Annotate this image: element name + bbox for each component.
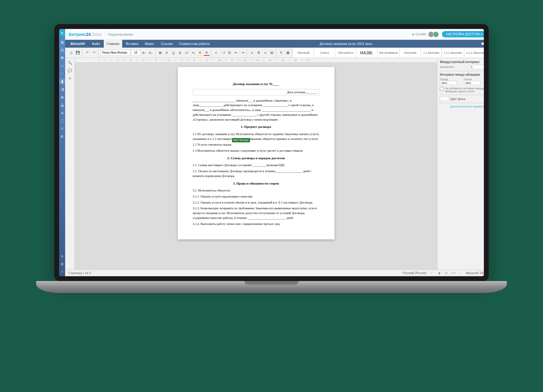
chevron-down-icon: ▾ bbox=[481, 33, 482, 36]
subscript-icon[interactable]: x₂ bbox=[190, 50, 196, 56]
outdent-icon[interactable]: ⇤ bbox=[233, 50, 239, 56]
style-heading111[interactable]: 1.1.1.3аголово bbox=[442, 48, 464, 58]
avatar[interactable] bbox=[433, 31, 439, 37]
toolbar: ⎙ 💾 ↶ ↷ A↑ A↓ Ж К bbox=[65, 48, 484, 58]
doc-paragraph: 3.1. Исполнитель обязуется: bbox=[193, 188, 319, 193]
online-dot-icon bbox=[412, 33, 414, 35]
font-family-select[interactable] bbox=[100, 50, 130, 56]
redo-icon[interactable]: ↷ bbox=[91, 50, 97, 56]
multiplier-input[interactable] bbox=[470, 65, 484, 69]
doc-paragraph: 2.2. Оплата по настоящему Договору произ… bbox=[193, 169, 319, 179]
menu-collab[interactable]: Совместная работа bbox=[176, 40, 213, 48]
nonprinting-icon[interactable]: ¶ bbox=[278, 50, 284, 56]
no-add-spacing-checkbox[interactable] bbox=[440, 87, 444, 91]
os-icon-home[interactable]: ▣ bbox=[59, 39, 65, 45]
page-info: Страница 1 из 3 bbox=[68, 271, 91, 275]
highlight-icon[interactable]: A bbox=[197, 50, 203, 56]
date-field[interactable]: Дата договора________ bbox=[193, 89, 319, 95]
os-icon-clock[interactable]: ◐ bbox=[59, 133, 65, 139]
os-icon-tree[interactable]: ⋔ bbox=[59, 253, 65, 259]
headings-icon[interactable]: ≡ bbox=[67, 75, 73, 81]
zoom-out-icon[interactable]: − bbox=[459, 271, 463, 275]
bullet-list-icon[interactable]: ≡ bbox=[213, 50, 219, 56]
os-icon-docs[interactable]: ▮ bbox=[59, 78, 65, 84]
fit-width-icon[interactable]: ⟷ bbox=[451, 271, 456, 275]
search-icon[interactable]: 🔍 bbox=[67, 60, 73, 66]
font-size-select[interactable] bbox=[131, 50, 141, 56]
document-page[interactable]: Договор оказания услуг №____ Дата догово… bbox=[178, 67, 335, 239]
style-gallery: Обычный Стиль1 Обычный сп НАЗВ. Без инте… bbox=[293, 48, 484, 58]
os-icon-cart[interactable]: 🛒 bbox=[59, 71, 65, 77]
multilevel-list-icon[interactable]: ⊟ bbox=[226, 50, 232, 56]
editor-canvas[interactable]: 1234567891011121314151617 Договор оказан… bbox=[75, 58, 437, 270]
align-justify-icon[interactable]: ▤ bbox=[269, 50, 275, 56]
menu-insert[interactable]: Вставка bbox=[123, 40, 141, 48]
os-icon-messages[interactable]: ▤ bbox=[59, 47, 65, 53]
after-label: После bbox=[464, 78, 472, 81]
horizontal-ruler[interactable]: 1234567891011121314151617 bbox=[75, 58, 437, 63]
close-panel-button[interactable]: ✕ bbox=[59, 30, 65, 36]
font-color-icon[interactable]: A bbox=[204, 50, 210, 56]
style-no-spacing[interactable]: Без интервала bbox=[377, 48, 400, 58]
additional-params-link[interactable]: Дополнительные параметры bbox=[440, 105, 484, 108]
user-count[interactable]: ⚉2 bbox=[479, 40, 484, 48]
style-heading1[interactable]: 1Заголовс bbox=[400, 48, 421, 58]
underline-icon[interactable]: Ч bbox=[170, 50, 176, 56]
os-icon-settings[interactable]: ✿ bbox=[59, 261, 65, 267]
print-icon[interactable]: ⎙ bbox=[68, 50, 74, 56]
comments-icon[interactable]: 💬 bbox=[67, 68, 73, 74]
number-list-icon[interactable]: ⋮≡ bbox=[220, 50, 226, 56]
strikethrough-icon[interactable]: S bbox=[177, 50, 183, 56]
tracking-icon[interactable]: ◑ bbox=[437, 271, 441, 275]
superscript-icon[interactable]: x² bbox=[184, 50, 190, 56]
shading-icon[interactable]: ▦ bbox=[285, 50, 291, 56]
italic-icon[interactable]: К bbox=[164, 50, 170, 56]
align-center-icon[interactable]: ≣ bbox=[256, 50, 262, 56]
style-normal-sp[interactable]: Обычный сп bbox=[335, 48, 356, 58]
style-heading1111[interactable]: 1.1.1.13аголовок bbox=[464, 48, 484, 58]
zoom-label[interactable]: Масштаб 100% bbox=[466, 271, 484, 275]
doc-paragraph: 2.1. Сумма настоящего Договора составляе… bbox=[193, 163, 319, 168]
os-icon-screen[interactable]: ▢ bbox=[59, 118, 65, 124]
align-left-icon[interactable]: ≡ bbox=[249, 50, 255, 56]
access-settings-button[interactable]: НАСТРОЙКА ДОСТУПА ▾ bbox=[442, 31, 484, 37]
bold-icon[interactable]: Ж bbox=[157, 50, 163, 56]
app-header: Битрикс24.Docs Редактирование Онлайн bbox=[65, 29, 484, 40]
style-heading11[interactable]: 1.1 Заголово bbox=[421, 48, 442, 58]
spacing-after-input[interactable] bbox=[464, 81, 481, 85]
doc-section-1: 1. Предмет договора bbox=[193, 124, 319, 129]
indent-icon[interactable]: ⇥ bbox=[240, 50, 246, 56]
undo-icon[interactable]: ↶ bbox=[84, 50, 90, 56]
collaborator-avatars[interactable] bbox=[429, 31, 439, 37]
style-title[interactable]: НАЗВ. bbox=[356, 48, 377, 58]
style-style1[interactable]: Стиль1 bbox=[314, 48, 335, 58]
os-icon-users[interactable]: ⚉ bbox=[59, 55, 65, 61]
os-icon-add[interactable]: + bbox=[59, 269, 65, 275]
menu-layout[interactable]: Макет bbox=[142, 40, 157, 48]
os-icon-calendar[interactable]: ◨ bbox=[59, 86, 65, 92]
os-icon-phone[interactable]: ◎ bbox=[59, 125, 65, 131]
font-decrease-icon[interactable]: A↓ bbox=[148, 50, 154, 56]
language-label[interactable]: Русский (Россия) bbox=[403, 271, 427, 275]
os-icon-wifi[interactable]: ◈ bbox=[59, 110, 65, 116]
spellcheck-icon[interactable]: ✓ bbox=[430, 271, 434, 275]
os-icon-disk[interactable]: ◉ bbox=[59, 94, 65, 100]
multiplier-label: Множитель bbox=[440, 65, 454, 68]
doc-section-2: 2. Сумма договора и порядок расчетов bbox=[193, 156, 319, 161]
menu-file[interactable]: Файл bbox=[89, 40, 103, 48]
align-right-icon[interactable]: ≡ bbox=[262, 50, 268, 56]
fit-page-icon[interactable]: ⊡ bbox=[444, 271, 448, 275]
os-icon-robot[interactable]: ⬓ bbox=[59, 102, 65, 108]
mode-label: Редактирование bbox=[108, 33, 133, 36]
save-icon[interactable]: 💾 bbox=[75, 50, 81, 56]
font-increase-icon[interactable]: A↑ bbox=[141, 50, 147, 56]
menu-home[interactable]: Главная bbox=[104, 40, 122, 48]
style-normal[interactable]: Обычный bbox=[293, 48, 314, 58]
os-icon-office[interactable]: ▭ bbox=[59, 63, 65, 69]
para-spacing-title: Интервал между абзацами bbox=[440, 73, 484, 76]
bg-color-swatch[interactable] bbox=[440, 97, 449, 101]
right-panel: Междустрочный интервал Множитель Интерва… bbox=[437, 58, 484, 270]
menu-links[interactable]: Ссылки bbox=[158, 40, 176, 48]
before-label: Перед bbox=[440, 78, 448, 81]
spacing-before-input[interactable] bbox=[440, 81, 457, 85]
